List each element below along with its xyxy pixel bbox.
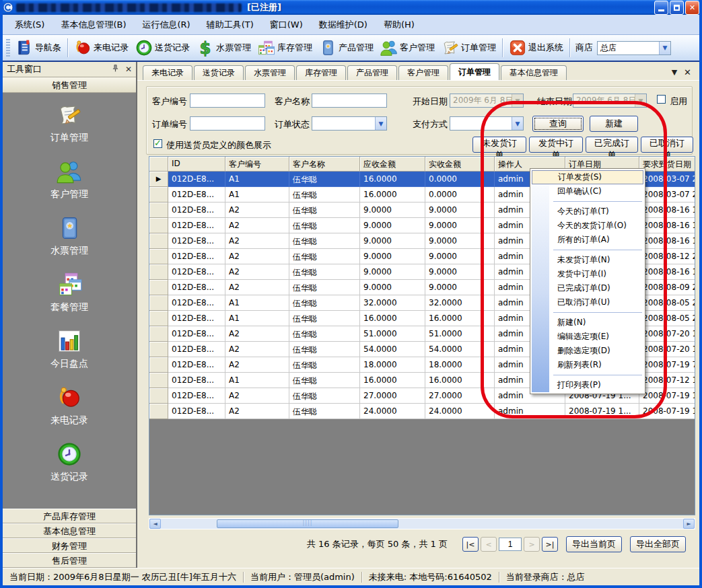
cell-required_date: 2008-07-19 1... [639, 388, 695, 404]
page-number-input[interactable] [499, 538, 522, 551]
column-header-5[interactable]: 实收金额 [425, 157, 495, 172]
sidebar-section-bottom-2[interactable]: 基本信息管理 [3, 523, 136, 538]
last-page-button[interactable]: >| [542, 537, 558, 552]
context-menu-item-2[interactable]: 回单确认(C) [532, 184, 643, 198]
menu-item-6[interactable]: 数据维护(D) [311, 16, 376, 34]
cell-received: 9.0000 [425, 233, 495, 249]
toolbar-button-5[interactable]: 库存管理 [254, 38, 316, 58]
menu-item-4[interactable]: 辅助工具(T) [199, 16, 262, 34]
cell-receivable: 16.0000 [360, 311, 425, 326]
column-header-8[interactable]: 要求到货日期 [639, 157, 695, 172]
column-header-4[interactable]: 应收金额 [360, 157, 425, 172]
new-button[interactable]: 新建 [590, 116, 638, 132]
tab-3[interactable]: 水票管理 [245, 65, 295, 80]
pay-method-select[interactable]: ▼ [450, 116, 524, 131]
sidebar-item-7[interactable]: 送货记录 [3, 441, 136, 483]
sidebar-item-3[interactable]: 水票管理 [3, 215, 136, 257]
cell-id: 012D-E8... [168, 203, 225, 218]
toolbar-button-8[interactable]: 订单管理 [438, 38, 499, 58]
column-header-1[interactable]: ID [168, 157, 225, 172]
end-date-picker[interactable]: 2009年 6月 8日 ▼ [573, 94, 647, 108]
first-page-button[interactable]: |< [462, 537, 479, 552]
table-row[interactable]: 012D-E8...A2伍华聪24.000024.0000admin2008-0… [149, 404, 695, 419]
sidebar-item-1[interactable]: 订单管理 [3, 102, 136, 144]
scroll-left-arrow[interactable]: ◄ [149, 519, 161, 529]
tab-4[interactable]: 库存管理 [296, 65, 346, 80]
maximize-button[interactable] [670, 1, 684, 15]
menu-item-1[interactable]: 系统(S) [7, 16, 52, 34]
sidebar-item-2[interactable]: 客户管理 [3, 159, 136, 200]
status-unshipped-button[interactable]: 未发货订单 [472, 137, 526, 153]
column-header-3[interactable]: 客户名称 [289, 157, 360, 172]
column-header-2[interactable]: 客户编号 [225, 157, 289, 172]
sidebar-section-bottom-1[interactable]: 产品库存管理 [3, 509, 136, 523]
context-menu-item-1[interactable]: 订单发货(S) [532, 170, 643, 184]
toolbar-button-9[interactable]: 退出系统 [505, 38, 567, 58]
tab-close-icon[interactable]: ✕ [684, 67, 691, 77]
toolbar-button-4[interactable]: $水票管理 [193, 38, 254, 58]
context-menu-item-16[interactable]: 刷新列表(R) [532, 358, 643, 372]
app-title-registered: [已注册] [247, 1, 281, 13]
menu-item-3[interactable]: 运行信息(R) [134, 16, 198, 34]
context-menu-item-4[interactable]: 今天的订单(T) [532, 205, 643, 219]
status-completed-button[interactable]: 已完成订单 [586, 137, 638, 153]
toolbar-button-1[interactable]: 导航条 [12, 38, 65, 58]
context-menu-item-8[interactable]: 未发货订单(N) [532, 253, 643, 267]
menu-item-5[interactable]: 窗口(W) [262, 16, 311, 34]
shop-select[interactable]: 总店▼ [597, 41, 671, 55]
sidebar-item-5[interactable]: 今日盘点 [3, 328, 136, 370]
color-display-checkbox[interactable] [153, 139, 162, 148]
sidebar-item-4[interactable]: 套餐管理 [3, 272, 136, 314]
cell-customer_name: 伍华聪 [289, 357, 360, 373]
tab-6[interactable]: 客户管理 [398, 65, 448, 80]
sidebar-close-icon[interactable]: ✕ [125, 65, 132, 74]
context-menu-item-5[interactable]: 今天的发货订单(O) [532, 219, 643, 233]
toolbar-grip[interactable] [6, 39, 10, 57]
status-cancelled-button[interactable]: 已取消订单 [641, 137, 693, 153]
context-menu-item-6[interactable]: 所有的订单(A) [532, 233, 643, 247]
context-menu-item-13[interactable]: 新建(N) [532, 316, 643, 330]
tab-1[interactable]: 来电记录 [143, 65, 192, 80]
customer-name-input[interactable] [312, 94, 387, 108]
tab-2[interactable]: 送货记录 [194, 65, 244, 80]
context-menu-item-18[interactable]: 打印列表(P) [532, 378, 643, 392]
status-shipping-button[interactable]: 发货中订单 [529, 137, 583, 153]
close-button[interactable]: ✕ [685, 1, 699, 15]
toolbar-button-2[interactable]: 来电记录 [71, 38, 132, 58]
toolbar-button-3[interactable]: 送货记录 [132, 38, 193, 58]
toolbar-button-7[interactable]: 客户管理 [377, 38, 438, 58]
start-date-picker[interactable]: 2009年 6月 8日 ▼ [450, 94, 524, 108]
menu-item-7[interactable]: 帮助(H) [376, 16, 423, 34]
sidebar-section-sales[interactable]: 销售管理 [3, 77, 136, 93]
menu-item-2[interactable]: 基本信息管理(B) [52, 16, 134, 34]
tab-5[interactable]: 产品管理 [347, 65, 397, 80]
tab-7[interactable]: 订单管理 [450, 63, 499, 80]
prev-page-button[interactable]: < [481, 537, 497, 552]
query-button[interactable]: 查询 [532, 116, 584, 132]
export-current-page-button[interactable]: 导出当前页 [566, 536, 622, 552]
export-all-pages-button[interactable]: 导出全部页 [630, 536, 686, 552]
context-menu-item-9[interactable]: 发货中订单(I) [532, 267, 643, 281]
sidebar-section-bottom-4[interactable]: 售后管理 [3, 553, 136, 568]
toolbar-button-6[interactable]: 产品管理 [316, 38, 377, 58]
sidebar-item-6[interactable]: 来电记录 [3, 385, 136, 427]
order-status-select[interactable]: ▼ [312, 116, 387, 131]
sidebar-section-bottom-3[interactable]: 财务管理 [3, 538, 136, 553]
next-page-button[interactable]: > [524, 537, 540, 552]
context-menu-item-15[interactable]: 删除选定项(D) [532, 344, 643, 358]
enable-checkbox[interactable] [657, 95, 666, 104]
scroll-right-arrow[interactable]: ► [683, 519, 695, 529]
context-menu-item-10[interactable]: 已完成订单(D) [532, 281, 643, 295]
cell-operator: admin [495, 404, 565, 419]
row-selector [149, 373, 168, 388]
horizontal-scrollbar[interactable]: ◄ ► [149, 518, 695, 529]
scrollbar-thumb[interactable] [217, 519, 398, 528]
pin-icon[interactable] [111, 64, 120, 75]
customer-no-input[interactable] [190, 94, 265, 108]
tab-scroll-chevron-down-icon[interactable]: ▼ [672, 68, 677, 77]
order-no-input[interactable] [190, 116, 265, 131]
context-menu-item-11[interactable]: 已取消订单(U) [532, 295, 643, 309]
tab-8[interactable]: 基本信息管理 [501, 65, 567, 80]
context-menu-item-14[interactable]: 编辑选定项(E) [532, 330, 643, 344]
minimize-button[interactable] [654, 1, 668, 15]
